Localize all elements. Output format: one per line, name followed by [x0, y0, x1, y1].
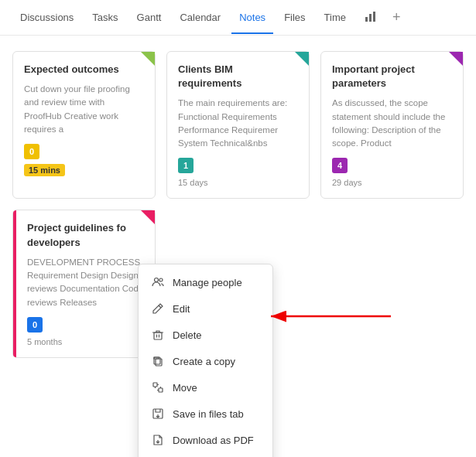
card-footer: 0 — [24, 144, 144, 159]
card-title: Expected outcomes — [24, 63, 144, 77]
card-left-border — [13, 210, 16, 356]
nav-time[interactable]: Time — [317, 1, 354, 34]
card-footer: 4 — [332, 158, 452, 173]
card-time-tag: 15 mins — [24, 164, 65, 176]
menu-item-delete[interactable]: Delete — [139, 322, 272, 348]
card-badge: 4 — [332, 158, 348, 173]
menu-label: Download as PDF — [173, 435, 254, 446]
nav-files[interactable]: Files — [276, 1, 313, 34]
card-corner-green — [141, 52, 155, 66]
menu-label: Manage people — [173, 277, 242, 288]
svg-rect-5 — [154, 333, 162, 339]
card-badge: 0 — [24, 144, 39, 159]
nav-discussions[interactable]: Discussions — [12, 1, 81, 34]
main-content: Expected outcomes Cut down your file pro… — [0, 36, 476, 373]
card-footer: 1 — [178, 158, 298, 173]
svg-rect-7 — [154, 357, 160, 364]
svg-rect-0 — [365, 17, 368, 22]
card-days: 5 months — [27, 337, 144, 346]
svg-rect-8 — [153, 383, 157, 387]
card-body: Cut down your file proofing and review t… — [24, 83, 144, 136]
nav-tasks[interactable]: Tasks — [84, 1, 125, 34]
card-days: 29 days — [332, 178, 452, 187]
card-title: Project guidelines fodevelopers — [27, 221, 144, 249]
card-badge: 0 — [27, 317, 43, 333]
svg-rect-1 — [369, 14, 372, 22]
card-badge: 1 — [178, 158, 193, 173]
move-icon — [151, 380, 165, 394]
svg-rect-9 — [159, 388, 163, 392]
trash-icon — [151, 328, 165, 342]
card-corner-purple — [449, 52, 463, 66]
card-footer: 0 — [27, 317, 144, 333]
copy-icon — [151, 354, 165, 368]
card-expected-outcomes[interactable]: Expected outcomes Cut down your file pro… — [12, 51, 156, 199]
card-corner-pink — [141, 210, 155, 224]
nav-notes[interactable]: Notes — [231, 1, 273, 34]
card-body: As discussed, the scope statement should… — [332, 97, 452, 150]
card-title: Clients BIM requirements — [178, 63, 298, 90]
menu-label: Create a copy — [173, 356, 235, 367]
card-title: Important project parameters — [332, 63, 452, 90]
navigation: Discussions Tasks Gantt Calendar Notes F… — [0, 0, 476, 36]
menu-label: Save in files tab — [173, 408, 244, 420]
menu-label: Delete — [173, 329, 202, 341]
cards-row-1: Expected outcomes Cut down your file pro… — [12, 51, 464, 199]
menu-item-move[interactable]: Move — [139, 374, 272, 401]
menu-item-download-pdf[interactable]: Download as PDF — [139, 427, 272, 453]
card-days: 15 days — [178, 178, 298, 187]
svg-point-3 — [155, 278, 159, 282]
menu-item-manage-people[interactable]: Manage people — [139, 269, 272, 295]
menu-item-edit[interactable]: Edit — [139, 295, 272, 322]
card-body: The main requirements are: Functional Re… — [178, 97, 298, 150]
people-icon — [151, 275, 165, 289]
menu-item-create-copy[interactable]: Create a copy — [139, 348, 272, 374]
card-body: DEVELOPMENT PROCESS Requirement Design D… — [27, 256, 144, 309]
svg-rect-6 — [156, 359, 162, 366]
nav-gantt[interactable]: Gantt — [129, 1, 170, 34]
nav-calendar[interactable]: Calendar — [172, 1, 228, 34]
card-important-params[interactable]: Important project parameters As discusse… — [320, 51, 464, 199]
red-arrow-indicator — [263, 308, 395, 327]
card-corner-teal — [295, 52, 309, 66]
menu-item-save-files[interactable]: Save in files tab — [139, 401, 272, 427]
edit-icon — [151, 302, 165, 315]
pdf-icon — [151, 433, 165, 447]
card-project-guidelines[interactable]: Project guidelines fodevelopers DEVELOPM… — [12, 210, 156, 357]
context-menu: Manage people Edit Delete — [138, 264, 273, 457]
svg-point-4 — [159, 278, 163, 281]
menu-label: Edit — [173, 303, 190, 315]
nav-add-button[interactable]: + — [388, 0, 406, 36]
nav-chart-icon[interactable] — [357, 0, 385, 36]
menu-item-bookmark[interactable]: Bookmark — [139, 453, 272, 457]
save-icon — [151, 407, 165, 421]
svg-rect-2 — [373, 12, 375, 22]
menu-label: Move — [173, 382, 197, 394]
card-clients-bim[interactable]: Clients BIM requirements The main requir… — [166, 51, 310, 199]
